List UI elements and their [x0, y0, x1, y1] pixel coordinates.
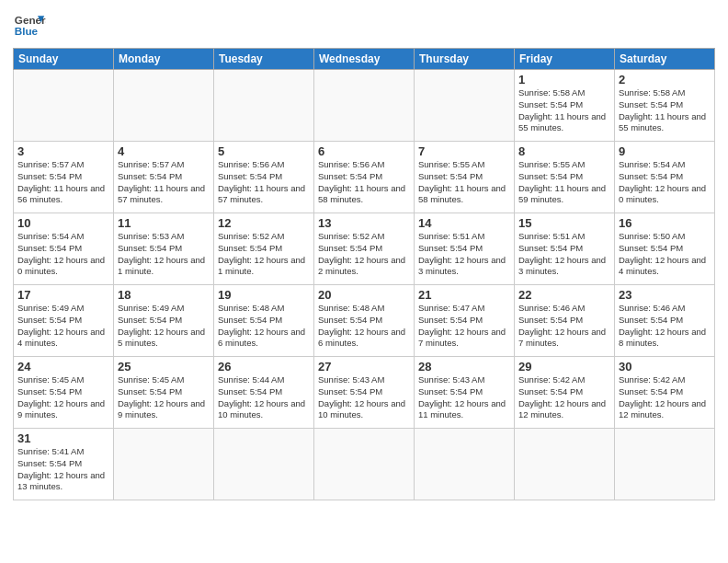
day-info: Sunrise: 5:56 AM Sunset: 5:54 PM Dayligh…: [318, 159, 410, 206]
day-number: 9: [619, 144, 711, 158]
day-number: 22: [518, 288, 610, 302]
day-number: 29: [518, 360, 610, 373]
day-info: Sunrise: 5:53 AM Sunset: 5:54 PM Dayligh…: [118, 231, 210, 278]
day-number: 3: [17, 144, 109, 158]
day-number: 19: [218, 288, 310, 302]
logo-icon: General Blue: [13, 9, 46, 42]
day-info: Sunrise: 5:42 AM Sunset: 5:54 PM Dayligh…: [619, 374, 711, 421]
calendar-cell: 22Sunrise: 5:46 AM Sunset: 5:54 PM Dayli…: [515, 285, 615, 357]
day-number: 18: [118, 288, 210, 302]
calendar-header: SundayMondayTuesdayWednesdayThursdayFrid…: [14, 49, 715, 70]
day-info: Sunrise: 5:54 AM Sunset: 5:54 PM Dayligh…: [619, 159, 711, 206]
calendar-cell: 3Sunrise: 5:57 AM Sunset: 5:54 PM Daylig…: [14, 142, 114, 213]
day-number: 15: [518, 216, 610, 230]
day-info: Sunrise: 5:45 AM Sunset: 5:54 PM Dayligh…: [17, 374, 109, 421]
calendar-cell: 13Sunrise: 5:52 AM Sunset: 5:54 PM Dayli…: [314, 213, 415, 285]
header: General Blue: [13, 9, 715, 42]
calendar-cell: 10Sunrise: 5:54 AM Sunset: 5:54 PM Dayli…: [14, 213, 114, 285]
day-number: 20: [318, 288, 410, 302]
weekday-header-thursday: Thursday: [415, 49, 515, 70]
day-number: 13: [318, 216, 410, 230]
day-number: 27: [318, 360, 410, 373]
day-info: Sunrise: 5:55 AM Sunset: 5:54 PM Dayligh…: [518, 159, 610, 206]
calendar-cell: [415, 70, 515, 142]
day-number: 30: [619, 360, 711, 373]
calendar-cell: 11Sunrise: 5:53 AM Sunset: 5:54 PM Dayli…: [114, 213, 214, 285]
day-info: Sunrise: 5:44 AM Sunset: 5:54 PM Dayligh…: [218, 374, 310, 421]
day-number: 31: [17, 431, 109, 445]
day-number: 17: [17, 288, 109, 302]
day-number: 4: [118, 144, 210, 158]
calendar-cell: 7Sunrise: 5:55 AM Sunset: 5:54 PM Daylig…: [415, 142, 515, 213]
calendar-cell: 17Sunrise: 5:49 AM Sunset: 5:54 PM Dayli…: [14, 285, 114, 357]
calendar-week-6: 31Sunrise: 5:41 AM Sunset: 5:54 PM Dayli…: [14, 429, 715, 500]
calendar-cell: [615, 429, 715, 500]
day-info: Sunrise: 5:55 AM Sunset: 5:54 PM Dayligh…: [418, 159, 510, 206]
day-info: Sunrise: 5:41 AM Sunset: 5:54 PM Dayligh…: [17, 446, 109, 493]
svg-text:Blue: Blue: [15, 25, 39, 37]
calendar-cell: [515, 429, 615, 500]
day-info: Sunrise: 5:49 AM Sunset: 5:54 PM Dayligh…: [118, 303, 210, 350]
calendar-cell: [14, 70, 114, 142]
day-info: Sunrise: 5:54 AM Sunset: 5:54 PM Dayligh…: [17, 231, 109, 278]
day-info: Sunrise: 5:58 AM Sunset: 5:54 PM Dayligh…: [619, 87, 711, 134]
calendar-week-2: 3Sunrise: 5:57 AM Sunset: 5:54 PM Daylig…: [14, 142, 715, 213]
calendar-week-1: 1Sunrise: 5:58 AM Sunset: 5:54 PM Daylig…: [14, 70, 715, 142]
day-number: 14: [418, 216, 510, 230]
calendar-cell: 16Sunrise: 5:50 AM Sunset: 5:54 PM Dayli…: [615, 213, 715, 285]
day-info: Sunrise: 5:46 AM Sunset: 5:54 PM Dayligh…: [619, 303, 711, 350]
calendar-cell: 9Sunrise: 5:54 AM Sunset: 5:54 PM Daylig…: [615, 142, 715, 213]
day-info: Sunrise: 5:43 AM Sunset: 5:54 PM Dayligh…: [318, 374, 410, 421]
day-number: 26: [218, 360, 310, 373]
calendar-cell: 26Sunrise: 5:44 AM Sunset: 5:54 PM Dayli…: [214, 357, 314, 429]
day-info: Sunrise: 5:45 AM Sunset: 5:54 PM Dayligh…: [118, 374, 210, 421]
calendar-cell: 29Sunrise: 5:42 AM Sunset: 5:54 PM Dayli…: [515, 357, 615, 429]
calendar-cell: 15Sunrise: 5:51 AM Sunset: 5:54 PM Dayli…: [515, 213, 615, 285]
weekday-header-monday: Monday: [114, 49, 214, 70]
calendar-cell: [114, 70, 214, 142]
calendar-cell: 8Sunrise: 5:55 AM Sunset: 5:54 PM Daylig…: [515, 142, 615, 213]
day-info: Sunrise: 5:48 AM Sunset: 5:54 PM Dayligh…: [318, 303, 410, 350]
page: General Blue SundayMondayTuesdayWednesda…: [0, 0, 728, 563]
calendar-cell: 2Sunrise: 5:58 AM Sunset: 5:54 PM Daylig…: [615, 70, 715, 142]
day-number: 6: [318, 144, 410, 158]
calendar-cell: 4Sunrise: 5:57 AM Sunset: 5:54 PM Daylig…: [114, 142, 214, 213]
calendar-cell: [214, 429, 314, 500]
calendar-cell: 14Sunrise: 5:51 AM Sunset: 5:54 PM Dayli…: [415, 213, 515, 285]
calendar-week-3: 10Sunrise: 5:54 AM Sunset: 5:54 PM Dayli…: [14, 213, 715, 285]
calendar-cell: 21Sunrise: 5:47 AM Sunset: 5:54 PM Dayli…: [415, 285, 515, 357]
day-number: 25: [118, 360, 210, 373]
day-number: 11: [118, 216, 210, 230]
calendar-cell: 30Sunrise: 5:42 AM Sunset: 5:54 PM Dayli…: [615, 357, 715, 429]
day-info: Sunrise: 5:56 AM Sunset: 5:54 PM Dayligh…: [218, 159, 310, 206]
calendar-cell: [314, 70, 415, 142]
calendar-cell: 31Sunrise: 5:41 AM Sunset: 5:54 PM Dayli…: [14, 429, 114, 500]
day-info: Sunrise: 5:51 AM Sunset: 5:54 PM Dayligh…: [418, 231, 510, 278]
weekday-header-wednesday: Wednesday: [314, 49, 415, 70]
calendar-cell: 19Sunrise: 5:48 AM Sunset: 5:54 PM Dayli…: [214, 285, 314, 357]
day-info: Sunrise: 5:58 AM Sunset: 5:54 PM Dayligh…: [518, 87, 610, 134]
logo: General Blue: [13, 9, 46, 42]
calendar-cell: 20Sunrise: 5:48 AM Sunset: 5:54 PM Dayli…: [314, 285, 415, 357]
calendar-cell: 24Sunrise: 5:45 AM Sunset: 5:54 PM Dayli…: [14, 357, 114, 429]
day-info: Sunrise: 5:52 AM Sunset: 5:54 PM Dayligh…: [218, 231, 310, 278]
day-number: 7: [418, 144, 510, 158]
day-info: Sunrise: 5:57 AM Sunset: 5:54 PM Dayligh…: [17, 159, 109, 206]
day-number: 5: [218, 144, 310, 158]
day-number: 8: [518, 144, 610, 158]
calendar-cell: 23Sunrise: 5:46 AM Sunset: 5:54 PM Dayli…: [615, 285, 715, 357]
day-info: Sunrise: 5:42 AM Sunset: 5:54 PM Dayligh…: [518, 374, 610, 421]
calendar-cell: 12Sunrise: 5:52 AM Sunset: 5:54 PM Dayli…: [214, 213, 314, 285]
day-info: Sunrise: 5:43 AM Sunset: 5:54 PM Dayligh…: [418, 374, 510, 421]
calendar-cell: 18Sunrise: 5:49 AM Sunset: 5:54 PM Dayli…: [114, 285, 214, 357]
day-info: Sunrise: 5:49 AM Sunset: 5:54 PM Dayligh…: [17, 303, 109, 350]
calendar-cell: 6Sunrise: 5:56 AM Sunset: 5:54 PM Daylig…: [314, 142, 415, 213]
day-number: 21: [418, 288, 510, 302]
day-info: Sunrise: 5:51 AM Sunset: 5:54 PM Dayligh…: [518, 231, 610, 278]
day-info: Sunrise: 5:47 AM Sunset: 5:54 PM Dayligh…: [418, 303, 510, 350]
calendar-cell: [314, 429, 415, 500]
day-number: 24: [17, 360, 109, 373]
calendar-week-5: 24Sunrise: 5:45 AM Sunset: 5:54 PM Dayli…: [14, 357, 715, 429]
weekday-header-sunday: Sunday: [14, 49, 114, 70]
calendar-cell: 27Sunrise: 5:43 AM Sunset: 5:54 PM Dayli…: [314, 357, 415, 429]
